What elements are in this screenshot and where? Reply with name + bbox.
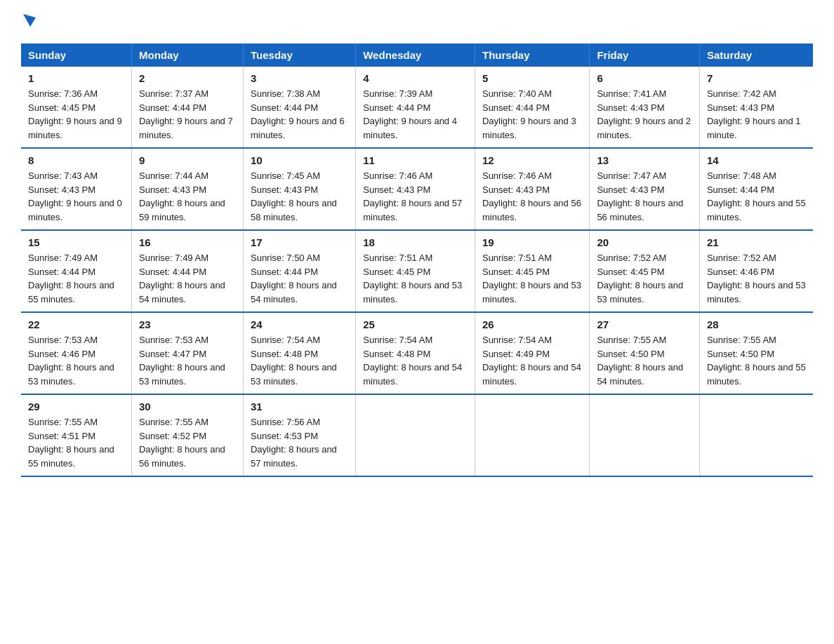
- week-row-1: 1 Sunrise: 7:36 AMSunset: 4:45 PMDayligh…: [21, 67, 813, 148]
- day-number: 20: [597, 236, 692, 248]
- day-info: Sunrise: 7:53 AMSunset: 4:46 PMDaylight:…: [28, 333, 124, 388]
- day-cell: 4 Sunrise: 7:39 AMSunset: 4:44 PMDayligh…: [356, 67, 475, 148]
- day-number: 6: [597, 72, 692, 84]
- day-number: 28: [707, 318, 806, 330]
- day-cell: 17 Sunrise: 7:50 AMSunset: 4:44 PMDaylig…: [243, 230, 355, 312]
- day-cell: 28 Sunrise: 7:55 AMSunset: 4:50 PMDaylig…: [699, 312, 813, 394]
- day-number: 30: [139, 401, 236, 412]
- day-number: 22: [28, 318, 124, 330]
- day-number: 11: [363, 154, 468, 166]
- day-cell: 2 Sunrise: 7:37 AMSunset: 4:44 PMDayligh…: [131, 67, 243, 148]
- day-number: 23: [139, 318, 236, 330]
- calendar-body: 1 Sunrise: 7:36 AMSunset: 4:45 PMDayligh…: [21, 67, 813, 476]
- week-row-5: 29 Sunrise: 7:55 AMSunset: 4:51 PMDaylig…: [21, 394, 813, 476]
- day-info: Sunrise: 7:51 AMSunset: 4:45 PMDaylight:…: [363, 251, 468, 306]
- day-number: 2: [139, 72, 236, 84]
- day-cell: 31 Sunrise: 7:56 AMSunset: 4:53 PMDaylig…: [243, 394, 355, 476]
- day-info: Sunrise: 7:56 AMSunset: 4:53 PMDaylight:…: [251, 415, 348, 470]
- day-number: 8: [28, 154, 124, 166]
- day-number: 27: [597, 318, 692, 330]
- week-row-3: 15 Sunrise: 7:49 AMSunset: 4:44 PMDaylig…: [21, 230, 813, 312]
- day-cell: 14 Sunrise: 7:48 AMSunset: 4:44 PMDaylig…: [699, 148, 813, 230]
- day-number: 15: [28, 236, 124, 248]
- page-header: [21, 14, 813, 29]
- day-info: Sunrise: 7:38 AMSunset: 4:44 PMDaylight:…: [251, 87, 348, 142]
- day-number: 17: [251, 236, 348, 248]
- day-number: 31: [251, 401, 348, 412]
- day-number: 16: [139, 236, 236, 248]
- day-info: Sunrise: 7:55 AMSunset: 4:52 PMDaylight:…: [139, 415, 236, 470]
- day-cell: 30 Sunrise: 7:55 AMSunset: 4:52 PMDaylig…: [131, 394, 243, 476]
- svg-marker-0: [23, 14, 36, 27]
- day-info: Sunrise: 7:48 AMSunset: 4:44 PMDaylight:…: [707, 169, 806, 224]
- day-cell: 15 Sunrise: 7:49 AMSunset: 4:44 PMDaylig…: [21, 230, 131, 312]
- header-cell-wednesday: Wednesday: [356, 43, 475, 67]
- day-info: Sunrise: 7:50 AMSunset: 4:44 PMDaylight:…: [251, 251, 348, 306]
- day-cell: 25 Sunrise: 7:54 AMSunset: 4:48 PMDaylig…: [356, 312, 475, 394]
- day-cell: 20 Sunrise: 7:52 AMSunset: 4:45 PMDaylig…: [590, 230, 700, 312]
- day-info: Sunrise: 7:54 AMSunset: 4:48 PMDaylight:…: [251, 333, 348, 388]
- day-cell: 11 Sunrise: 7:46 AMSunset: 4:43 PMDaylig…: [356, 148, 475, 230]
- day-number: 9: [139, 154, 236, 166]
- day-cell: [356, 394, 475, 476]
- day-cell: 24 Sunrise: 7:54 AMSunset: 4:48 PMDaylig…: [243, 312, 355, 394]
- day-cell: 26 Sunrise: 7:54 AMSunset: 4:49 PMDaylig…: [475, 312, 589, 394]
- day-cell: 10 Sunrise: 7:45 AMSunset: 4:43 PMDaylig…: [243, 148, 355, 230]
- day-info: Sunrise: 7:55 AMSunset: 4:50 PMDaylight:…: [597, 333, 692, 388]
- day-number: 7: [707, 72, 806, 84]
- header-cell-monday: Monday: [131, 43, 243, 67]
- day-number: 24: [251, 318, 348, 330]
- day-info: Sunrise: 7:49 AMSunset: 4:44 PMDaylight:…: [28, 251, 124, 306]
- day-number: 26: [482, 318, 582, 330]
- day-cell: 12 Sunrise: 7:46 AMSunset: 4:43 PMDaylig…: [475, 148, 589, 230]
- week-row-4: 22 Sunrise: 7:53 AMSunset: 4:46 PMDaylig…: [21, 312, 813, 394]
- day-cell: 19 Sunrise: 7:51 AMSunset: 4:45 PMDaylig…: [475, 230, 589, 312]
- day-number: 12: [482, 154, 582, 166]
- logo-triangle-icon: [23, 14, 36, 27]
- day-cell: [699, 394, 813, 476]
- day-info: Sunrise: 7:44 AMSunset: 4:43 PMDaylight:…: [139, 169, 236, 224]
- day-cell: 6 Sunrise: 7:41 AMSunset: 4:43 PMDayligh…: [590, 67, 700, 148]
- day-cell: 21 Sunrise: 7:52 AMSunset: 4:46 PMDaylig…: [699, 230, 813, 312]
- week-row-2: 8 Sunrise: 7:43 AMSunset: 4:43 PMDayligh…: [21, 148, 813, 230]
- day-number: 18: [363, 236, 468, 248]
- day-info: Sunrise: 7:39 AMSunset: 4:44 PMDaylight:…: [363, 87, 468, 142]
- day-info: Sunrise: 7:47 AMSunset: 4:43 PMDaylight:…: [597, 169, 692, 224]
- day-info: Sunrise: 7:51 AMSunset: 4:45 PMDaylight:…: [482, 251, 582, 306]
- day-info: Sunrise: 7:41 AMSunset: 4:43 PMDaylight:…: [597, 87, 692, 142]
- day-info: Sunrise: 7:54 AMSunset: 4:49 PMDaylight:…: [482, 333, 582, 388]
- day-number: 29: [28, 401, 124, 412]
- day-cell: [475, 394, 589, 476]
- day-number: 25: [363, 318, 468, 330]
- day-cell: 18 Sunrise: 7:51 AMSunset: 4:45 PMDaylig…: [356, 230, 475, 312]
- day-number: 21: [707, 236, 806, 248]
- day-info: Sunrise: 7:54 AMSunset: 4:48 PMDaylight:…: [363, 333, 468, 388]
- day-info: Sunrise: 7:55 AMSunset: 4:50 PMDaylight:…: [707, 333, 806, 388]
- logo: [21, 14, 36, 29]
- day-cell: 8 Sunrise: 7:43 AMSunset: 4:43 PMDayligh…: [21, 148, 131, 230]
- day-cell: 23 Sunrise: 7:53 AMSunset: 4:47 PMDaylig…: [131, 312, 243, 394]
- day-cell: 7 Sunrise: 7:42 AMSunset: 4:43 PMDayligh…: [699, 67, 813, 148]
- day-cell: 29 Sunrise: 7:55 AMSunset: 4:51 PMDaylig…: [21, 394, 131, 476]
- header-cell-thursday: Thursday: [475, 43, 589, 67]
- day-info: Sunrise: 7:49 AMSunset: 4:44 PMDaylight:…: [139, 251, 236, 306]
- day-number: 13: [597, 154, 692, 166]
- day-info: Sunrise: 7:37 AMSunset: 4:44 PMDaylight:…: [139, 87, 236, 142]
- day-cell: [590, 394, 700, 476]
- day-cell: 13 Sunrise: 7:47 AMSunset: 4:43 PMDaylig…: [590, 148, 700, 230]
- day-number: 5: [482, 72, 582, 84]
- day-cell: 3 Sunrise: 7:38 AMSunset: 4:44 PMDayligh…: [243, 67, 355, 148]
- day-info: Sunrise: 7:40 AMSunset: 4:44 PMDaylight:…: [482, 87, 582, 142]
- header-cell-friday: Friday: [590, 43, 700, 67]
- day-info: Sunrise: 7:52 AMSunset: 4:45 PMDaylight:…: [597, 251, 692, 306]
- day-number: 10: [251, 154, 348, 166]
- day-info: Sunrise: 7:36 AMSunset: 4:45 PMDaylight:…: [28, 87, 124, 142]
- day-info: Sunrise: 7:46 AMSunset: 4:43 PMDaylight:…: [363, 169, 468, 224]
- header-cell-tuesday: Tuesday: [243, 43, 355, 67]
- day-number: 3: [251, 72, 348, 84]
- header-cell-saturday: Saturday: [699, 43, 813, 67]
- header-row: SundayMondayTuesdayWednesdayThursdayFrid…: [21, 43, 813, 67]
- day-info: Sunrise: 7:53 AMSunset: 4:47 PMDaylight:…: [139, 333, 236, 388]
- header-cell-sunday: Sunday: [21, 43, 131, 67]
- day-cell: 5 Sunrise: 7:40 AMSunset: 4:44 PMDayligh…: [475, 67, 589, 148]
